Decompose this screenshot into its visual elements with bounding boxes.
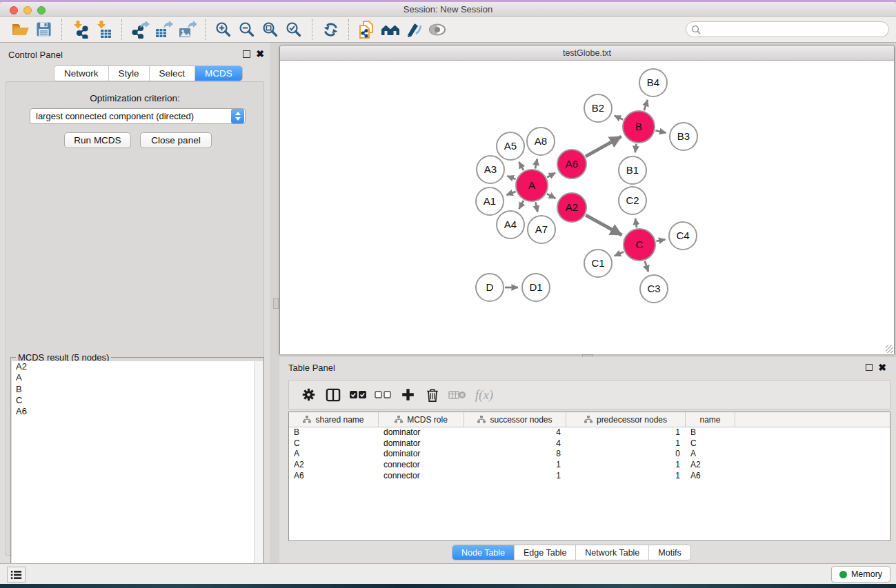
search-icon	[691, 25, 701, 34]
column-header-predecessor-nodes[interactable]: predecessor nodes	[566, 412, 686, 427]
graph-node-label: A6	[566, 158, 578, 170]
table-cell: 1	[566, 427, 686, 438]
window-titlebar[interactable]: Session: New Session	[0, 2, 896, 17]
graph-node-label: C3	[647, 283, 660, 294]
clone-network-button[interactable]	[355, 19, 379, 41]
open-session-button[interactable]	[8, 19, 32, 41]
graph-edge-C-C1[interactable]	[615, 252, 624, 256]
tab-style[interactable]: Style	[108, 66, 149, 81]
table-close-panel-icon[interactable]: ✖	[878, 363, 886, 372]
export-table-button[interactable]	[152, 19, 175, 41]
tab-mcds[interactable]: MCDS	[195, 66, 242, 81]
result-scrollbar[interactable]	[254, 361, 263, 588]
toolbar-separator	[205, 19, 206, 40]
graph-edge-A-A8[interactable]	[535, 159, 537, 168]
delete-column-button[interactable]	[420, 383, 445, 407]
show-hide-panel-button[interactable]	[426, 19, 449, 41]
table-cell: dominator	[379, 427, 464, 438]
graph-edge-A-A6[interactable]	[547, 173, 555, 177]
table-settings-button[interactable]	[296, 383, 321, 407]
delete-table-button[interactable]	[445, 383, 470, 407]
graph-node-label: A2	[566, 201, 578, 213]
table-cell: 4	[464, 427, 566, 438]
table-row[interactable]: A6connector11A6	[289, 471, 890, 482]
mcds-result-item[interactable]: A	[12, 372, 263, 383]
graph-edge-B-B1[interactable]	[635, 144, 637, 153]
vizmapper-button[interactable]	[402, 19, 426, 41]
graph-edge-A-A2[interactable]	[547, 194, 555, 199]
graph-edge-B-B3[interactable]	[655, 130, 666, 132]
graph-edge-C-C3[interactable]	[645, 261, 648, 272]
memory-button[interactable]: Memory	[831, 566, 890, 582]
export-network-button[interactable]	[128, 19, 152, 41]
graph-edge-A-A4[interactable]	[519, 201, 524, 209]
mcds-result-item[interactable]: A2	[12, 361, 263, 372]
zoom-selected-button[interactable]	[282, 19, 306, 41]
import-table-button[interactable]	[92, 19, 115, 41]
graph-edge-C-C4[interactable]	[656, 239, 665, 241]
table-float-panel-icon[interactable]	[866, 364, 873, 371]
zoom-fit-button[interactable]	[259, 19, 282, 41]
fx-icon: f(x)	[475, 387, 493, 403]
network-window-titlebar[interactable]: testGlobe.txt	[280, 45, 894, 61]
cytoscape-window: Session: New Session	[0, 0, 896, 588]
table-row[interactable]: A2connector11A2	[289, 460, 890, 471]
tab-edge-table[interactable]: Edge Table	[514, 545, 575, 560]
table-cell	[735, 449, 890, 460]
table-cell: A	[289, 449, 379, 460]
table-row[interactable]: Cdominator41C	[289, 438, 890, 449]
criterion-select[interactable]: largest connected component (directed)	[30, 108, 246, 124]
graph-edge-A-A7[interactable]	[535, 202, 537, 212]
close-panel-button[interactable]: Close panel	[140, 132, 212, 148]
table-cell: dominator	[379, 449, 464, 460]
table-row[interactable]: Adominator80A	[289, 449, 890, 460]
graph-edge-A6-B[interactable]	[586, 136, 621, 156]
tab-select[interactable]: Select	[149, 66, 195, 81]
column-header-shared-name[interactable]: shared name	[289, 412, 379, 427]
column-header-successor-nodes[interactable]: successor nodes	[464, 412, 566, 427]
refresh-layout-button[interactable]	[319, 19, 342, 41]
graph-edge-A2-C[interactable]	[586, 215, 621, 235]
graph-node-label: D	[486, 281, 494, 293]
vertical-splitter-grip[interactable]	[273, 298, 279, 309]
mcds-result-item[interactable]: C	[12, 395, 263, 406]
table-cell: 0	[566, 449, 686, 460]
tab-node-table[interactable]: Node Table	[452, 545, 514, 560]
home-layout-button[interactable]	[379, 19, 402, 41]
run-mcds-button[interactable]: Run MCDS	[64, 132, 131, 148]
graph-edge-A-A1[interactable]	[506, 192, 515, 195]
network-canvas[interactable]: B4B2BB3A8A5A6B1A3AA1C2A2A4A7C4CC1C3DD1	[280, 61, 894, 354]
save-session-button[interactable]	[32, 19, 55, 41]
graph-edge-B-B2[interactable]	[615, 116, 624, 120]
close-panel-icon[interactable]: ✖	[256, 49, 264, 59]
tab-network[interactable]: Network	[54, 66, 108, 81]
table-cell: dominator	[379, 438, 464, 449]
search-input[interactable]	[701, 23, 888, 36]
add-column-button[interactable]	[395, 383, 420, 407]
export-image-button[interactable]	[175, 19, 199, 41]
node-table: shared name MCDS role successor nodes pr…	[288, 412, 890, 541]
graph-edge-B-B4[interactable]	[644, 100, 648, 111]
column-header-name[interactable]: name	[686, 412, 735, 427]
column-header-mcds-role[interactable]: MCDS role	[379, 412, 464, 427]
graph-edge-A-A5[interactable]	[519, 162, 524, 170]
float-panel-icon[interactable]	[243, 50, 250, 58]
graph-edge-A-A3[interactable]	[507, 176, 515, 179]
mcds-result-item[interactable]: A6	[12, 406, 263, 417]
table-split-view-button[interactable]	[321, 383, 346, 407]
import-network-button[interactable]	[68, 19, 92, 41]
toolbar-separator	[121, 19, 122, 40]
function-builder-button[interactable]: f(x)	[470, 383, 495, 407]
table-row[interactable]: Bdominator41B	[289, 427, 890, 438]
deselect-all-columns-button[interactable]	[370, 383, 395, 407]
graph-edge-C-C2[interactable]	[635, 219, 637, 228]
zoom-in-button[interactable]	[212, 19, 235, 41]
select-all-columns-button[interactable]	[346, 383, 370, 407]
mcds-result-item[interactable]: B	[12, 384, 263, 395]
task-history-button[interactable]	[7, 567, 26, 582]
tab-network-table[interactable]: Network Table	[575, 545, 648, 560]
window-resize-grip[interactable]	[886, 345, 893, 353]
table-panel-header: Table Panel ✖	[279, 361, 896, 375]
zoom-out-button[interactable]	[235, 19, 259, 41]
tab-motifs[interactable]: Motifs	[648, 545, 690, 560]
